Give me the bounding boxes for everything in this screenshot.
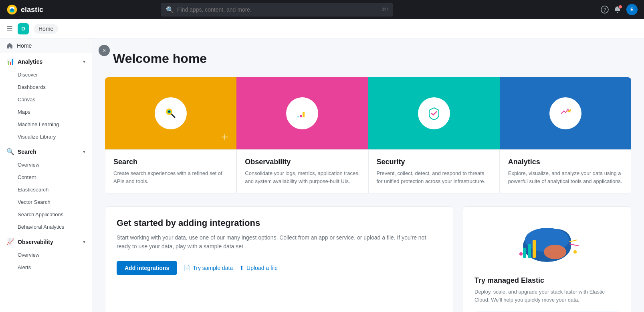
security-card-logo — [418, 97, 450, 129]
search-subitems: Overview Content Elasticsearch Vector Se… — [0, 159, 92, 233]
sidebar-item-alerts[interactable]: Alerts — [0, 261, 92, 274]
svg-text:?: ? — [604, 7, 606, 13]
sidebar-item-behavioral-analytics[interactable]: Behavioral Analytics — [0, 221, 92, 233]
home-icon — [6, 42, 13, 49]
sidebar-item-machine-learning[interactable]: Machine Learning — [0, 118, 92, 131]
cloud-illustration — [507, 218, 587, 270]
search-card-header: + — [105, 77, 236, 149]
upload-icon: ⬆ — [239, 265, 244, 271]
solution-card-search[interactable]: + Search Create search experiences with … — [105, 77, 236, 193]
hamburger-menu[interactable]: ☰ — [6, 24, 13, 33]
upload-label: Upload a file — [246, 265, 278, 271]
analytics-label: Analytics — [18, 58, 42, 65]
global-search-bar[interactable]: 🔍 ⌘/ — [161, 3, 393, 16]
help-icon[interactable]: ? — [601, 6, 609, 14]
svg-rect-13 — [303, 112, 305, 117]
action-buttons: Add integrations 📄 Try sample data ⬆ Upl… — [117, 261, 442, 275]
sidebar-item-visualize-library[interactable]: Visualize Library — [0, 131, 92, 143]
solution-card-security[interactable]: Security Prevent, collect, detect, and r… — [368, 77, 500, 193]
search-shortcut: ⌘/ — [382, 7, 388, 12]
search-label: Search — [18, 149, 36, 155]
analytics-subitems: Discover Dashboards Canvas Maps Machine … — [0, 68, 92, 143]
breadcrumb-home[interactable]: Home — [34, 24, 58, 34]
sidebar-home-label: Home — [17, 42, 32, 49]
svg-rect-25 — [533, 240, 536, 258]
svg-point-9 — [168, 111, 170, 113]
top-navigation: elastic 🔍 ⌘/ ? E — [0, 0, 644, 19]
solution-card-analytics[interactable]: Analytics Explore, visualize, and analyz… — [500, 77, 631, 193]
sidebar-section-analytics[interactable]: 📊 Analytics ▾ — [0, 53, 92, 68]
observability-subitems: Overview Alerts — [0, 249, 92, 274]
sidebar-item-search-overview[interactable]: Overview — [0, 159, 92, 171]
sidebar-item-home[interactable]: Home — [0, 38, 92, 53]
security-card-header — [368, 77, 500, 149]
analytics-card-logo — [549, 97, 581, 129]
add-integrations-button[interactable]: Add integrations — [117, 261, 177, 275]
integrations-section: Get started by adding integrations Start… — [105, 206, 453, 312]
user-avatar[interactable]: E — [626, 4, 638, 15]
elastic-wordmark: elastic — [21, 6, 43, 14]
sidebar-item-vector-search[interactable]: Vector Search — [0, 196, 92, 208]
main-content: × Welcome home + — [92, 38, 644, 312]
search-card-description: Create search experiences with a refined… — [113, 169, 228, 185]
second-bar: ☰ D Home — [0, 19, 644, 38]
svg-point-22 — [544, 245, 566, 259]
security-card-body: Security Prevent, collect, detect, and r… — [368, 149, 500, 193]
analytics-chevron: ▾ — [83, 59, 85, 64]
security-card-description: Prevent, collect, detect, and respond to… — [377, 169, 491, 185]
elastic-logo[interactable]: elastic — [6, 4, 55, 15]
analytics-card-title: Analytics — [508, 158, 623, 166]
solution-card-observability[interactable]: Observability Consolidate your logs, met… — [236, 77, 368, 193]
welcome-heading: Welcome home — [105, 51, 631, 66]
search-section-title: 🔍 Search — [6, 148, 36, 155]
analytics-section-title: 📊 Analytics — [6, 58, 42, 65]
observability-section-title: 📈 Observability — [6, 238, 53, 246]
sidebar: Home 📊 Analytics ▾ Discover Dashboards C… — [0, 38, 92, 312]
analytics-card-header — [500, 77, 631, 149]
svg-rect-12 — [300, 115, 302, 117]
analytics-icon: 📊 — [6, 58, 14, 65]
svg-rect-23 — [523, 248, 526, 258]
sidebar-item-dashboards[interactable]: Dashboards — [0, 81, 92, 93]
notifications-icon[interactable] — [614, 6, 622, 14]
sidebar-section-search[interactable]: 🔍 Search ▾ — [0, 143, 92, 159]
observability-label: Observability — [18, 239, 53, 245]
sidebar-item-elasticsearch[interactable]: Elasticsearch — [0, 183, 92, 196]
sample-data-label: Try sample data — [193, 265, 233, 271]
sidebar-section-observability[interactable]: 📈 Observability ▾ — [0, 233, 92, 249]
svg-rect-14 — [297, 117, 299, 117]
search-input[interactable] — [177, 6, 379, 13]
upload-file-button[interactable]: ⬆ Upload a file — [239, 265, 278, 271]
observability-icon: 📈 — [6, 238, 14, 246]
sidebar-item-canvas[interactable]: Canvas — [0, 93, 92, 106]
managed-elastic-section: Try managed Elastic Deploy, scale, and u… — [463, 206, 631, 312]
app-layout: Home 📊 Analytics ▾ Discover Dashboards C… — [0, 38, 644, 312]
managed-illustration — [474, 218, 620, 270]
integrations-heading: Get started by adding integrations — [117, 218, 442, 228]
analytics-card-body: Analytics Explore, visualize, and analyz… — [500, 149, 631, 193]
svg-point-3 — [10, 8, 14, 11]
sidebar-item-discover[interactable]: Discover — [0, 68, 92, 81]
nav-actions: ? E — [601, 4, 638, 15]
sidebar-item-search-applications[interactable]: Search Applications — [0, 208, 92, 221]
search-chevron: ▾ — [83, 149, 85, 155]
sidebar-item-content[interactable]: Content — [0, 171, 92, 183]
close-button[interactable]: × — [99, 45, 110, 56]
search-section-icon: 🔍 — [6, 148, 14, 155]
sidebar-item-maps[interactable]: Maps — [0, 106, 92, 118]
observability-card-description: Consolidate your logs, metrics, applicat… — [245, 169, 359, 185]
svg-point-11 — [293, 105, 311, 122]
svg-point-27 — [573, 250, 577, 254]
analytics-card-description: Explore, visualize, and analyze your dat… — [508, 169, 623, 185]
integrations-description: Start working with your data, use one of… — [117, 233, 442, 251]
observability-card-logo — [286, 97, 318, 129]
observability-card-header — [236, 77, 368, 149]
sidebar-item-obs-overview[interactable]: Overview — [0, 249, 92, 261]
search-icon: 🔍 — [166, 6, 174, 14]
svg-point-16 — [557, 105, 574, 122]
observability-card-body: Observability Consolidate your logs, met… — [236, 149, 368, 193]
svg-rect-24 — [528, 244, 531, 258]
search-card-plus-icon: + — [221, 130, 229, 145]
try-sample-data-button[interactable]: 📄 Try sample data — [184, 265, 233, 271]
security-card-title: Security — [377, 158, 491, 166]
